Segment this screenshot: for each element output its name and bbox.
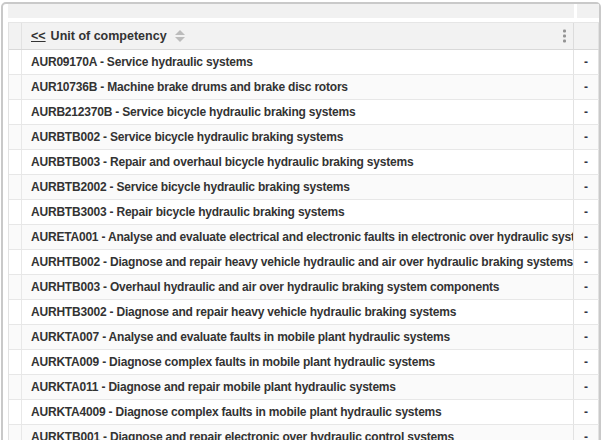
unit-of-competency-column-header[interactable]: << Unit of competency: [22, 23, 574, 49]
table-row[interactable]: AURBTB3003 - Repair bicycle hydraulic br…: [9, 200, 599, 225]
collapse-column-link[interactable]: <<: [31, 29, 46, 43]
row-gutter-cell: [9, 125, 22, 149]
table-row[interactable]: AURB212370B - Service bicycle hydraulic …: [9, 100, 599, 125]
row-gutter-cell: [9, 200, 22, 224]
row-gutter-cell: [9, 225, 22, 249]
row-gutter-cell: [9, 425, 22, 440]
unit-cell: AURKTA007 - Analyse and evaluate faults …: [22, 325, 574, 349]
row-gutter-cell: [9, 175, 22, 199]
table-header-row: << Unit of competency: [9, 23, 599, 50]
value-cell: -: [574, 75, 599, 99]
unit-cell: AURKTA4009 - Diagnose complex faults in …: [22, 400, 574, 424]
row-gutter-cell: [9, 100, 22, 124]
unit-cell: AURBTB3003 - Repair bicycle hydraulic br…: [22, 200, 574, 224]
column-menu-icon[interactable]: [561, 28, 568, 45]
row-gutter-cell: [9, 75, 22, 99]
table-row[interactable]: AURKTA009 - Diagnose complex faults in m…: [9, 350, 599, 375]
row-gutter-cell: [9, 325, 22, 349]
table-row[interactable]: AURHTB002 - Diagnose and repair heavy ve…: [9, 250, 599, 275]
unit-cell: AURKTB001 - Diagnose and repair electron…: [22, 425, 574, 440]
table-row[interactable]: AUR09170A - Service hydraulic systems -: [9, 50, 599, 75]
unit-cell: AURHTB3002 - Diagnose and repair heavy v…: [22, 300, 574, 324]
table-row[interactable]: AURKTB001 - Diagnose and repair electron…: [9, 425, 599, 440]
value-cell: -: [574, 300, 599, 324]
unit-cell: AUR10736B - Machine brake drums and brak…: [22, 75, 574, 99]
sort-asc-triangle-icon: [175, 30, 185, 35]
unit-of-competency-table: << Unit of competency AUR09170A - Servic…: [8, 22, 599, 440]
value-cell: -: [574, 225, 599, 249]
row-gutter-cell: [9, 300, 22, 324]
value-cell: -: [574, 275, 599, 299]
unit-cell: AURHTB002 - Diagnose and repair heavy ve…: [22, 250, 574, 274]
row-gutter-cell: [9, 250, 22, 274]
unit-cell: AURBTB002 - Service bicycle hydraulic br…: [22, 125, 574, 149]
value-cell: -: [574, 325, 599, 349]
column-header-label: Unit of competency: [51, 29, 167, 43]
row-gutter-cell: [9, 150, 22, 174]
unit-cell: AURKTA009 - Diagnose complex faults in m…: [22, 350, 574, 374]
header-value-cell: [574, 23, 599, 49]
value-cell: -: [574, 50, 599, 74]
value-cell: -: [574, 425, 599, 440]
table-row[interactable]: AURBTB003 - Repair and overhaul bicycle …: [9, 150, 599, 175]
table-row[interactable]: AURBTB2002 - Service bicycle hydraulic b…: [9, 175, 599, 200]
header-gutter-cell: [9, 23, 22, 49]
unit-cell: AURBTB003 - Repair and overhaul bicycle …: [22, 150, 574, 174]
unit-cell: AURBTB2002 - Service bicycle hydraulic b…: [22, 175, 574, 199]
unit-cell: AUR09170A - Service hydraulic systems: [22, 50, 574, 74]
top-strip: [8, 4, 599, 18]
table-row[interactable]: AURKTA007 - Analyse and evaluate faults …: [9, 325, 599, 350]
row-gutter-cell: [9, 375, 22, 399]
value-cell: -: [574, 150, 599, 174]
value-cell: -: [574, 400, 599, 424]
value-cell: -: [574, 200, 599, 224]
unit-cell: AURHTB003 - Overhaul hydraulic and air o…: [22, 275, 574, 299]
table-body: AUR09170A - Service hydraulic systems - …: [9, 50, 599, 440]
value-cell: -: [574, 350, 599, 374]
table-row[interactable]: AURHTB003 - Overhaul hydraulic and air o…: [9, 275, 599, 300]
unit-cell: AURETA001 - Analyse and evaluate electri…: [22, 225, 574, 249]
table-row[interactable]: AURKTA4009 - Diagnose complex faults in …: [9, 400, 599, 425]
unit-cell: AURB212370B - Service bicycle hydraulic …: [22, 100, 574, 124]
value-cell: -: [574, 250, 599, 274]
sort-desc-triangle-icon: [175, 37, 185, 42]
table-row[interactable]: AURHTB3002 - Diagnose and repair heavy v…: [9, 300, 599, 325]
table-row[interactable]: AURBTB002 - Service bicycle hydraulic br…: [9, 125, 599, 150]
value-cell: -: [574, 375, 599, 399]
top-strip-main-segment: [8, 4, 574, 18]
row-gutter-cell: [9, 400, 22, 424]
sort-icon[interactable]: [175, 30, 185, 42]
row-gutter-cell: [9, 50, 22, 74]
top-strip-value-segment: [577, 4, 599, 18]
value-cell: -: [574, 125, 599, 149]
value-cell: -: [574, 100, 599, 124]
value-cell: -: [574, 175, 599, 199]
table-row[interactable]: AURETA001 - Analyse and evaluate electri…: [9, 225, 599, 250]
table-row[interactable]: AUR10736B - Machine brake drums and brak…: [9, 75, 599, 100]
table-row[interactable]: AURKTA011 - Diagnose and repair mobile p…: [9, 375, 599, 400]
unit-cell: AURKTA011 - Diagnose and repair mobile p…: [22, 375, 574, 399]
row-gutter-cell: [9, 275, 22, 299]
row-gutter-cell: [9, 350, 22, 374]
